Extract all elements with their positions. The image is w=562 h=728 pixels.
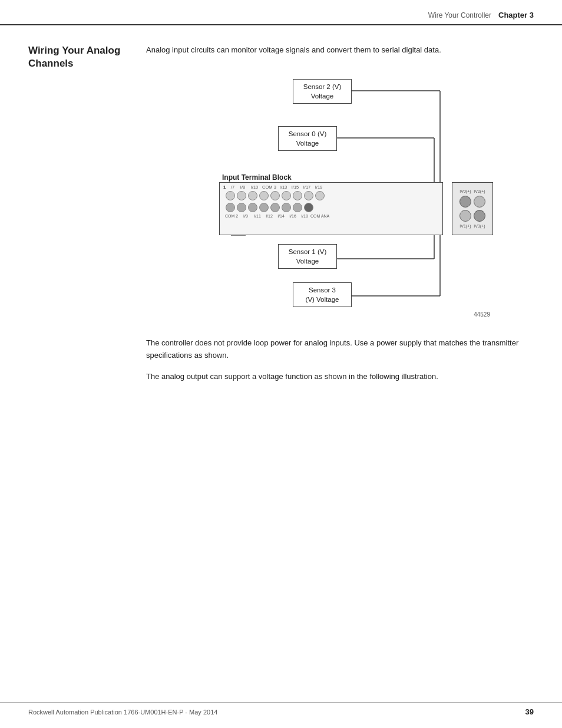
diagram-container: Sensor 2 (V) Voltage Sensor 0 (V) Voltag… <box>146 73 534 321</box>
main-body: Analog input circuits can monitor voltag… <box>146 44 534 393</box>
rc-label-iv0: IV0(+) <box>459 189 471 193</box>
wiring-diagram: Sensor 2 (V) Voltage Sensor 0 (V) Voltag… <box>187 73 493 321</box>
rc-label-iv1: IV1(+) <box>459 224 471 228</box>
body-paragraph-1: The controller does not provide loop pow… <box>146 337 534 362</box>
section-title: Wiring Your Analog Channels <box>28 44 132 70</box>
intro-text: Analog input circuits can monitor voltag… <box>146 44 534 57</box>
page-header: Wire Your Controller Chapter 3 <box>0 0 562 25</box>
right-connector: IV0(+) IV2(+) IV1(+) <box>452 182 493 235</box>
sensor2-box: Sensor 2 (V) Voltage <box>293 79 352 104</box>
rc-label-iv3: IV3(+) <box>474 224 485 228</box>
page-content: Wiring Your Analog Channels Analog input… <box>0 25 562 416</box>
sensor0-box: Sensor 0 (V) Voltage <box>278 126 337 151</box>
header-section-label: Wire Your Controller <box>428 11 491 19</box>
header-chapter-label: Chapter 3 <box>498 11 534 19</box>
terminal-block: 1 /7 I/8 I/10 COM 3 I/13 I/15 I/17 I/19 <box>219 182 443 235</box>
sensor3-box: Sensor 3(V) Voltage <box>293 282 352 307</box>
footer-page-number: 39 <box>525 707 534 716</box>
footer-publication: Rockwell Automation Publication 1766-UM0… <box>28 709 217 716</box>
page-footer: Rockwell Automation Publication 1766-UM0… <box>0 702 562 716</box>
figure-number: 44529 <box>474 311 490 318</box>
terminal-block-label: Input Terminal Block <box>222 173 292 182</box>
body-paragraph-2: The analog output can support a voltage … <box>146 371 534 383</box>
rc-label-iv2: IV2(+) <box>474 189 485 193</box>
sensor1-box: Sensor 1 (V)Voltage <box>278 244 337 269</box>
sidebar: Wiring Your Analog Channels <box>28 44 146 393</box>
